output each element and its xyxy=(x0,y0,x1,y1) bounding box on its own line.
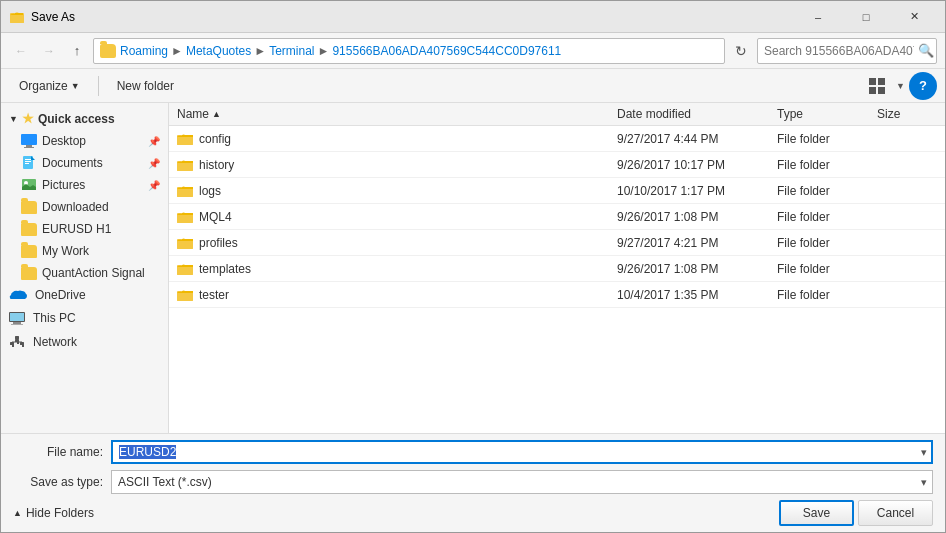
svg-rect-36 xyxy=(177,215,193,223)
bottom-buttons: Save Cancel xyxy=(779,500,933,526)
file-name: logs xyxy=(177,184,617,198)
file-type: File folder xyxy=(777,158,877,172)
folder-icon xyxy=(177,158,193,172)
header-size[interactable]: Size xyxy=(877,107,937,121)
sort-arrow: ▲ xyxy=(212,109,221,119)
minimize-button[interactable]: – xyxy=(795,1,841,33)
quick-access-section[interactable]: ▼ ★ Quick access xyxy=(1,107,168,130)
sidebar-item-mywork[interactable]: My Work xyxy=(1,240,168,262)
file-date: 10/10/2017 1:17 PM xyxy=(617,184,777,198)
search-icon: 🔍 xyxy=(918,43,934,58)
window-controls: – □ ✕ xyxy=(795,1,937,33)
organize-button[interactable]: Organize ▼ xyxy=(9,73,90,99)
window-title: Save As xyxy=(31,10,795,24)
header-date[interactable]: Date modified xyxy=(617,107,777,121)
documents-icon xyxy=(21,155,37,171)
forward-button[interactable]: → xyxy=(37,39,61,63)
sidebar-item-documents[interactable]: Documents 📌 xyxy=(1,152,168,174)
file-type: File folder xyxy=(777,132,877,146)
filename-label: File name: xyxy=(13,445,103,459)
filename-row: File name: xyxy=(13,440,933,464)
back-button[interactable]: ← xyxy=(9,39,33,63)
filename-input[interactable] xyxy=(111,440,933,464)
svg-rect-11 xyxy=(25,161,31,162)
quick-access-star: ★ xyxy=(22,111,34,126)
sidebar-item-pictures[interactable]: Pictures 📌 xyxy=(1,174,168,196)
view-icon xyxy=(869,78,887,94)
savetype-label: Save as type: xyxy=(13,475,103,489)
svg-rect-22 xyxy=(12,345,14,347)
network-section[interactable]: Network xyxy=(1,330,168,354)
eurusd-folder-icon xyxy=(21,223,37,236)
file-list-header: Name ▲ Date modified Type Size xyxy=(169,103,945,126)
folder-icon xyxy=(177,236,193,250)
file-name: profiles xyxy=(177,236,617,250)
file-row[interactable]: profiles 9/27/2017 4:21 PM File folder xyxy=(169,230,945,256)
svg-rect-2 xyxy=(869,78,876,85)
sidebar-desktop-label: Desktop xyxy=(42,134,86,148)
documents-pin-icon: 📌 xyxy=(148,158,160,169)
network-label: Network xyxy=(33,335,77,349)
sidebar-item-desktop[interactable]: Desktop 📌 xyxy=(1,130,168,152)
header-type[interactable]: Type xyxy=(777,107,877,121)
downloaded-folder-icon xyxy=(21,201,37,214)
file-date: 9/26/2017 1:08 PM xyxy=(617,210,777,224)
search-input[interactable] xyxy=(764,44,914,58)
svg-rect-4 xyxy=(869,87,876,94)
breadcrumb-roaming[interactable]: Roaming xyxy=(120,44,168,58)
up-button[interactable]: ↑ xyxy=(65,39,89,63)
maximize-button[interactable]: □ xyxy=(843,1,889,33)
folder-icon xyxy=(177,262,193,276)
save-button[interactable]: Save xyxy=(779,500,854,526)
sidebar-item-downloaded[interactable]: Downloaded xyxy=(1,196,168,218)
svg-rect-16 xyxy=(10,313,24,321)
savetype-select[interactable]: ASCII Text (*.csv) CSV (*.csv) Excel (*.… xyxy=(111,470,933,494)
svg-rect-5 xyxy=(878,87,885,94)
hide-folders-button[interactable]: Hide Folders xyxy=(26,506,94,520)
folder-icon xyxy=(177,288,193,302)
file-row[interactable]: MQL4 9/26/2017 1:08 PM File folder xyxy=(169,204,945,230)
file-date: 9/27/2017 4:21 PM xyxy=(617,236,777,250)
view-button[interactable] xyxy=(864,73,892,99)
file-date: 10/4/2017 1:35 PM xyxy=(617,288,777,302)
svg-rect-7 xyxy=(26,145,32,147)
cancel-button[interactable]: Cancel xyxy=(858,500,933,526)
help-button[interactable]: ? xyxy=(909,72,937,100)
onedrive-section[interactable]: OneDrive xyxy=(1,284,168,306)
filename-input-wrapper xyxy=(111,440,933,464)
file-row[interactable]: templates 9/26/2017 1:08 PM File folder xyxy=(169,256,945,282)
pictures-icon xyxy=(21,177,37,193)
new-folder-button[interactable]: New folder xyxy=(107,73,184,99)
header-name[interactable]: Name ▲ xyxy=(177,107,617,121)
file-name: config xyxy=(177,132,617,146)
close-button[interactable]: ✕ xyxy=(891,1,937,33)
breadcrumb-metaquotes[interactable]: MetaQuotes xyxy=(186,44,251,58)
file-date: 9/26/2017 10:17 PM xyxy=(617,158,777,172)
breadcrumb-hash[interactable]: 915566BA06ADA407569C544CC0D97611 xyxy=(332,44,561,58)
save-as-dialog: Save As – □ ✕ ← → ↑ Roaming ► MetaQuotes… xyxy=(0,0,946,533)
breadcrumb-terminal[interactable]: Terminal xyxy=(269,44,314,58)
onedrive-label: OneDrive xyxy=(35,288,86,302)
file-name: templates xyxy=(177,262,617,276)
bottom-bar: File name: Save as type: ASCII Text (*.c… xyxy=(1,433,945,532)
thispc-section[interactable]: This PC xyxy=(1,306,168,330)
search-box: 🔍 xyxy=(757,38,937,64)
svg-rect-27 xyxy=(15,336,19,339)
svg-rect-30 xyxy=(177,137,193,145)
file-type: File folder xyxy=(777,236,877,250)
navigation-bar: ← → ↑ Roaming ► MetaQuotes ► Terminal ► … xyxy=(1,33,945,69)
sidebar-item-quantaction[interactable]: QuantAction Signal xyxy=(1,262,168,284)
thispc-icon xyxy=(9,310,25,326)
refresh-button[interactable]: ↻ xyxy=(729,39,753,63)
file-row[interactable]: tester 10/4/2017 1:35 PM File folder xyxy=(169,282,945,308)
hide-folders-row: ▲ Hide Folders xyxy=(13,503,94,523)
file-row[interactable]: logs 10/10/2017 1:17 PM File folder xyxy=(169,178,945,204)
file-row[interactable]: history 9/26/2017 10:17 PM File folder xyxy=(169,152,945,178)
sidebar-item-eurusd[interactable]: EURUSD H1 xyxy=(1,218,168,240)
breadcrumb-bar[interactable]: Roaming ► MetaQuotes ► Terminal ► 915566… xyxy=(93,38,725,64)
file-name: history xyxy=(177,158,617,172)
file-row[interactable]: config 9/27/2017 4:44 PM File folder xyxy=(169,126,945,152)
svg-rect-34 xyxy=(177,189,193,197)
folder-icon xyxy=(177,132,193,146)
folder-icon xyxy=(177,210,193,224)
